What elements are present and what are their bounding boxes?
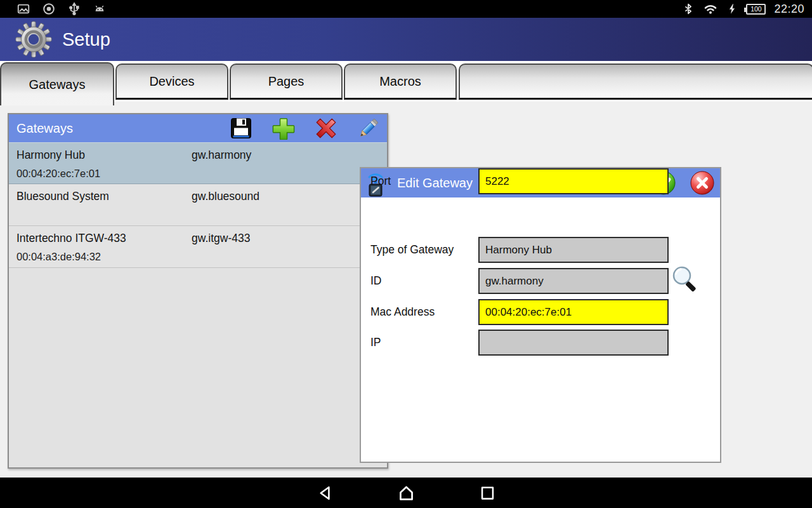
usb-icon <box>67 2 81 16</box>
wifi-icon <box>703 2 718 16</box>
android-icon <box>93 2 107 16</box>
gateway-name: Harmony Hub <box>16 149 85 162</box>
clock: 22:20 <box>774 3 804 16</box>
tab-label: Gateways <box>29 77 86 92</box>
gateway-mac: 00:04:a3:de:94:32 <box>16 251 101 263</box>
tab-label: Macros <box>379 74 421 89</box>
nav-bar <box>0 478 812 508</box>
field-label: Port <box>370 168 391 194</box>
save-icon[interactable] <box>229 116 253 140</box>
gateway-row[interactable]: Bluesound System gw.bluesound <box>9 184 387 226</box>
form-row: IP <box>361 330 720 356</box>
gateways-toolbar <box>229 116 387 140</box>
delete-icon[interactable] <box>314 116 338 140</box>
form-row: Port <box>361 168 720 194</box>
panel-title: Gateways <box>16 121 229 136</box>
page-title: Setup <box>62 29 110 50</box>
edit-icon[interactable] <box>357 116 381 140</box>
vpn-icon <box>42 2 56 16</box>
field-label: Mac Address <box>370 299 435 325</box>
gateway-mac: 00:04:20:ec:7e:01 <box>16 168 100 180</box>
status-bar: 100 22:20 <box>0 0 812 18</box>
gateways-panel: Gateways <box>8 113 388 469</box>
charging-icon <box>726 2 738 16</box>
edit-gateway-dialog: Edit Gateway <box>360 167 721 463</box>
form-row: Type of Gateway <box>361 237 720 263</box>
gateway-row[interactable]: Harmony Hub gw.harmony 00:04:20:ec:7e:01 <box>9 142 387 184</box>
home-icon[interactable] <box>396 483 416 502</box>
port-field[interactable] <box>478 168 669 194</box>
type-of-gateway-field[interactable] <box>478 237 669 263</box>
mac-address-field[interactable] <box>478 299 669 325</box>
status-left-icons <box>8 2 107 16</box>
tab-bar: Devices Pages Macros Gateways <box>0 61 812 102</box>
back-icon[interactable] <box>315 483 334 502</box>
gateway-name: Intertechno ITGW-433 <box>16 232 126 245</box>
search-icon[interactable] <box>669 264 700 295</box>
gateway-name: Bluesound System <box>16 190 109 203</box>
gateways-panel-header: Gateways <box>9 114 387 142</box>
bluetooth-icon <box>682 2 695 16</box>
status-right-icons: 100 22:20 <box>682 2 804 16</box>
screenshot-icon <box>16 2 30 16</box>
field-label: IP <box>370 330 381 356</box>
gear-icon <box>15 21 52 58</box>
battery-icon: 100 <box>746 4 766 15</box>
tab-macros[interactable]: Macros <box>344 64 457 100</box>
gateway-id: gw.harmony <box>192 149 251 162</box>
gateway-id: gw.bluesound <box>192 190 259 203</box>
id-field[interactable] <box>478 268 669 294</box>
battery-level: 100 <box>750 5 762 13</box>
tab-label: Devices <box>149 74 194 89</box>
add-icon[interactable] <box>272 116 296 140</box>
app-header: Setup <box>0 18 812 61</box>
tab-label: Pages <box>268 74 304 89</box>
gateway-id: gw.itgw-433 <box>192 232 250 245</box>
tab-pages[interactable]: Pages <box>230 64 343 100</box>
field-label: ID <box>370 268 382 294</box>
screen: 100 22:20 <box>0 0 812 508</box>
tab-strip-filler <box>459 64 812 100</box>
field-label: Type of Gateway <box>370 237 454 263</box>
tab-gateways[interactable]: Gateways <box>0 62 114 105</box>
ip-field[interactable] <box>478 330 669 356</box>
gateway-row[interactable]: Intertechno ITGW-433 gw.itgw-433 00:04:a… <box>9 226 387 268</box>
tab-devices[interactable]: Devices <box>115 64 228 100</box>
recents-icon[interactable] <box>478 483 497 502</box>
form-row: ID <box>361 268 720 294</box>
form-row: Mac Address <box>361 299 720 325</box>
